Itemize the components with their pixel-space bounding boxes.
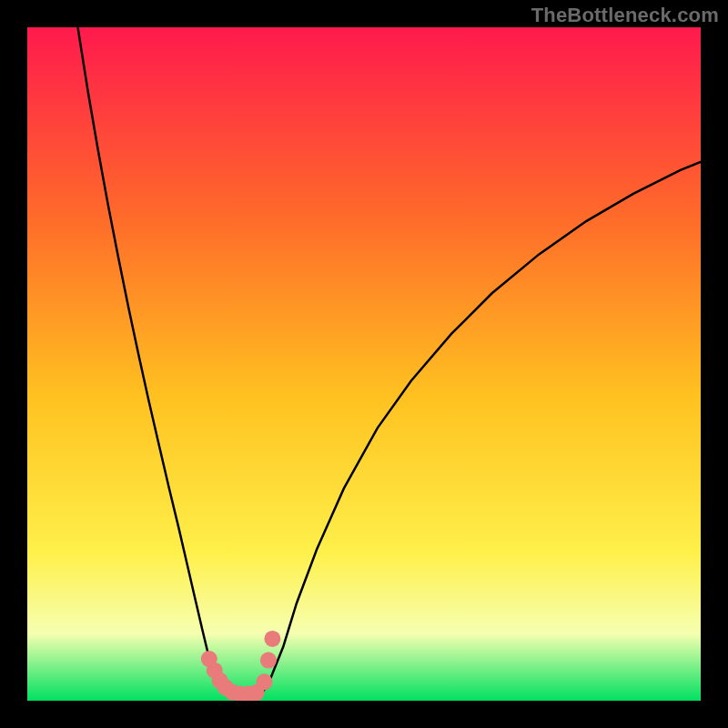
chart-frame: TheBottleneck.com — [0, 0, 728, 728]
gradient-background — [27, 27, 701, 701]
data-point — [257, 673, 273, 690]
data-point — [264, 631, 280, 647]
data-point — [260, 652, 277, 669]
watermark-text: TheBottleneck.com — [531, 4, 719, 27]
plot-svg — [27, 27, 701, 701]
plot-area — [27, 27, 701, 701]
